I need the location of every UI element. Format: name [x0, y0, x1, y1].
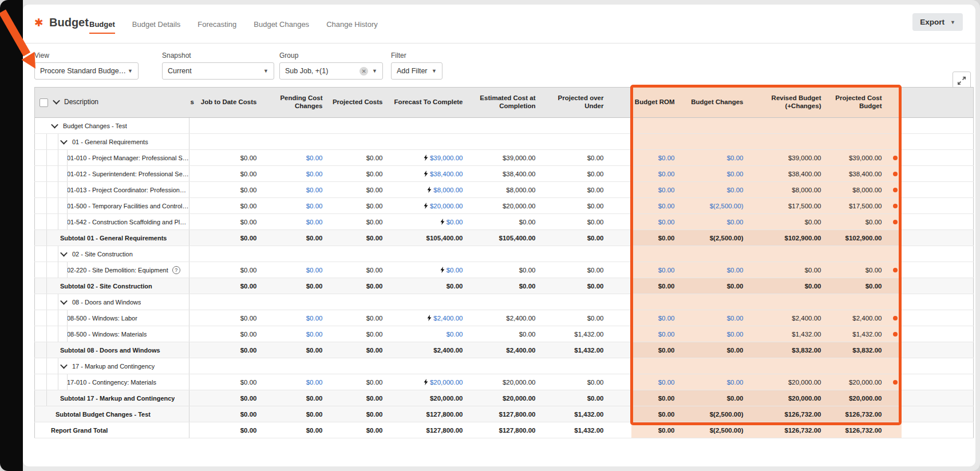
cell-pending[interactable]: $0.00	[264, 262, 330, 278]
group-dropdown[interactable]: Sub Job, +(1) ✕ ▼	[279, 62, 383, 80]
column-header-projected[interactable]: Projected Costs	[330, 88, 390, 118]
cell-rom[interactable]: $0.00	[631, 150, 682, 166]
cell-link[interactable]: $20,000.00	[424, 379, 463, 386]
cell-link[interactable]: $0.00	[306, 267, 323, 274]
cell-changes[interactable]: $0.00	[682, 262, 750, 278]
cell-link[interactable]: $0.00	[658, 315, 675, 322]
cell-link[interactable]: $0.00	[306, 331, 323, 338]
column-header-projcost[interactable]: Projected Cost Budget	[828, 88, 889, 118]
cell-pending[interactable]: $0.00	[264, 214, 330, 230]
cell-link[interactable]: $38,400.00	[424, 171, 463, 177]
cell-rom[interactable]: $0.00	[631, 166, 682, 182]
cell-link[interactable]: $0.00	[658, 267, 675, 274]
cell-forecast[interactable]: $8,000.00	[390, 182, 470, 198]
cell-forecast[interactable]: $20,000.00	[390, 198, 470, 214]
collapse-chevron-icon[interactable]	[60, 362, 68, 369]
row-description[interactable]: 01 - General Requirements	[35, 134, 189, 150]
cell-link[interactable]: $39,000.00	[424, 155, 463, 161]
cell-pending[interactable]: $0.00	[264, 150, 330, 166]
cell-link[interactable]: $0.00	[306, 187, 323, 193]
cell-link[interactable]: $0.00	[727, 155, 744, 161]
cell-changes[interactable]: $0.00	[682, 374, 750, 390]
cell-forecast[interactable]: $0.00	[390, 326, 470, 342]
cell-link[interactable]: $0.00	[306, 155, 323, 161]
cell-changes[interactable]: $0.00	[682, 214, 750, 230]
cell-pending[interactable]: $0.00	[264, 326, 330, 342]
cell-forecast[interactable]: $2,400.00	[390, 310, 470, 326]
cell-link[interactable]: $0.00	[658, 379, 675, 386]
cell-link[interactable]: $0.00	[658, 187, 675, 193]
cell-forecast[interactable]: $20,000.00	[390, 374, 470, 390]
column-header-jtd[interactable]: Job to Date Costs	[201, 88, 264, 118]
cell-pending[interactable]: $0.00	[264, 198, 330, 214]
cell-link[interactable]: $0.00	[727, 379, 744, 386]
cell-link[interactable]: $0.00	[727, 187, 744, 193]
tab-forecasting[interactable]: Forecasting	[197, 20, 236, 34]
view-dropdown[interactable]: Procore Standard Budget + Bud... ▼	[34, 62, 139, 80]
cell-rom[interactable]: $0.00	[631, 374, 682, 390]
cell-link[interactable]: $0.00	[658, 155, 675, 161]
cell-rom[interactable]: $0.00	[631, 214, 682, 230]
export-button[interactable]: Export ▼	[912, 13, 963, 31]
cell-changes[interactable]: $0.00	[682, 150, 750, 166]
cell-forecast[interactable]: $0.00	[390, 214, 470, 230]
cell-pending[interactable]: $0.00	[264, 310, 330, 326]
tab-budget-changes[interactable]: Budget Changes	[254, 20, 309, 34]
cell-rom[interactable]: $0.00	[631, 198, 682, 214]
cell-changes[interactable]: $0.00	[682, 326, 750, 342]
cell-forecast[interactable]: $39,000.00	[390, 150, 470, 166]
column-header-overunder[interactable]: Projected over Under	[543, 88, 631, 118]
clear-group-icon[interactable]: ✕	[359, 67, 368, 76]
cell-link[interactable]: $8,000.00	[427, 187, 463, 193]
cell-link[interactable]: $0.00	[658, 331, 675, 338]
cell-link[interactable]: $0.00	[446, 331, 463, 338]
collapse-chevron-icon[interactable]	[51, 121, 58, 129]
column-header-forecast[interactable]: Forecast To Complete	[390, 88, 470, 118]
column-header-desc[interactable]: Description	[35, 88, 189, 118]
cell-link[interactable]: $20,000.00	[424, 203, 463, 209]
collapse-chevron-icon[interactable]	[60, 298, 68, 305]
column-header-estimated[interactable]: Estimated Cost at Completion	[470, 88, 543, 118]
cell-rom[interactable]: $0.00	[631, 310, 682, 326]
tab-budget[interactable]: Budget	[89, 20, 115, 34]
column-header-pending[interactable]: Pending Cost Changes	[264, 88, 330, 118]
cell-rom[interactable]: $0.00	[631, 182, 682, 198]
cell-link[interactable]: $0.00	[727, 331, 744, 338]
cell-forecast[interactable]: $0.00	[390, 262, 470, 278]
cell-link[interactable]: $0.00	[306, 219, 323, 225]
cell-link[interactable]: $0.00	[727, 267, 744, 274]
cell-link[interactable]: $0.00	[658, 171, 675, 177]
cell-link[interactable]: $0.00	[727, 315, 744, 322]
row-description[interactable]: Budget Changes - Test	[35, 118, 189, 134]
tab-budget-details[interactable]: Budget Details	[132, 20, 181, 34]
snapshot-dropdown[interactable]: Current ▼	[162, 62, 274, 80]
cell-link[interactable]: $0.00	[440, 267, 463, 274]
column-header-revised[interactable]: Revised Budget (+Changes)	[750, 88, 828, 118]
cell-changes[interactable]: $0.00	[682, 310, 750, 326]
cell-link[interactable]: $0.00	[727, 171, 744, 177]
cell-link[interactable]: $0.00	[658, 203, 675, 209]
cell-changes[interactable]: $0.00	[682, 182, 750, 198]
cell-pending[interactable]: $0.00	[264, 166, 330, 182]
add-filter-dropdown[interactable]: Add Filter ▼	[391, 62, 442, 80]
cell-link[interactable]: $0.00	[658, 219, 675, 225]
cell-link[interactable]: $(2,500.00)	[710, 203, 744, 209]
cell-link[interactable]: $0.00	[306, 203, 323, 209]
collapse-all-chevron-icon[interactable]	[53, 97, 60, 105]
cell-changes[interactable]: $0.00	[682, 166, 750, 182]
cell-changes[interactable]: $(2,500.00)	[682, 198, 750, 214]
row-description[interactable]: 02 - Site Construction	[35, 246, 189, 262]
cell-rom[interactable]: $0.00	[631, 326, 682, 342]
cell-pending[interactable]: $0.00	[264, 182, 330, 198]
help-icon[interactable]: ?	[172, 266, 180, 274]
cell-forecast[interactable]: $38,400.00	[390, 166, 470, 182]
collapse-chevron-icon[interactable]	[60, 137, 68, 145]
column-header-sliver[interactable]: s	[189, 88, 201, 118]
cell-link[interactable]: $2,400.00	[427, 315, 463, 322]
cell-link[interactable]: $0.00	[306, 379, 323, 386]
collapse-chevron-icon[interactable]	[60, 250, 68, 257]
cell-link[interactable]: $0.00	[306, 315, 323, 322]
tab-change-history[interactable]: Change History	[326, 20, 378, 34]
cell-rom[interactable]: $0.00	[631, 262, 682, 278]
select-all-checkbox[interactable]	[39, 98, 48, 107]
